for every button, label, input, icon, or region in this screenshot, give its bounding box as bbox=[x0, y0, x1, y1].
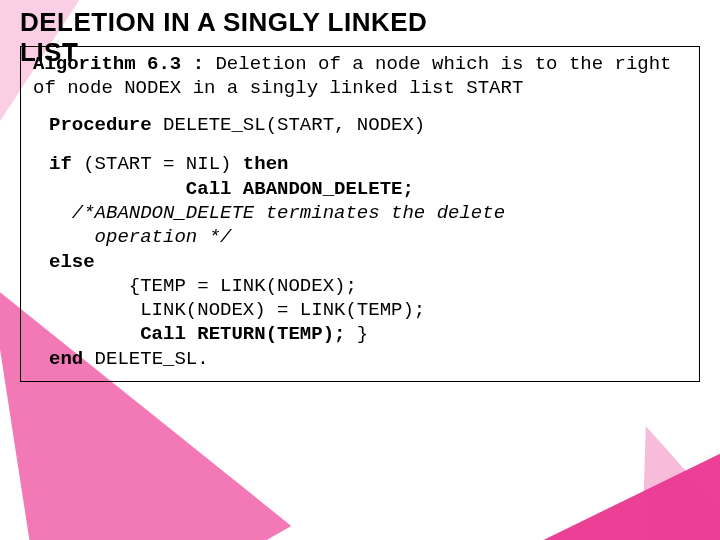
algorithm-label: Algorithm 6.3 : bbox=[33, 53, 204, 75]
procedure-signature: DELETE_SL(START, NODEX) bbox=[152, 114, 426, 136]
title-line-1: DELETION IN A SINGLY LINKED bbox=[20, 7, 427, 37]
kw-end: end bbox=[49, 348, 83, 370]
stmt-link: LINK(NODEX) = LINK(TEMP); bbox=[49, 299, 425, 321]
cond-text: (START = NIL) bbox=[72, 153, 243, 175]
comment-line-1: /*ABANDON_DELETE terminates the delete bbox=[49, 202, 505, 224]
close-brace: } bbox=[357, 323, 368, 345]
kw-then: then bbox=[243, 153, 289, 175]
slide-content: DELETION IN A SINGLY LINKED LIST Algorit… bbox=[0, 0, 720, 390]
comment-line-2: operation */ bbox=[49, 226, 231, 248]
stmt-temp: {TEMP = LINK(NODEX); bbox=[49, 275, 357, 297]
call-abandon: ABANDON_DELETE; bbox=[231, 178, 413, 200]
procedure-keyword: Procedure bbox=[49, 114, 152, 136]
kw-else: else bbox=[49, 251, 95, 273]
call-abandon-kw: Call bbox=[49, 178, 231, 200]
algorithm-intro: Algorithm 6.3 : Deletion of a node which… bbox=[33, 53, 687, 101]
call-return-kw: Call bbox=[49, 323, 186, 345]
procedure-line: Procedure DELETE_SL(START, NODEX) bbox=[49, 114, 687, 136]
end-label: DELETE_SL. bbox=[83, 348, 208, 370]
kw-if: if bbox=[49, 153, 72, 175]
call-return: RETURN(TEMP); bbox=[186, 323, 357, 345]
algorithm-code: if (START = NIL) then Call ABANDON_DELET… bbox=[49, 152, 687, 371]
algorithm-box: Algorithm 6.3 : Deletion of a node which… bbox=[20, 46, 700, 382]
